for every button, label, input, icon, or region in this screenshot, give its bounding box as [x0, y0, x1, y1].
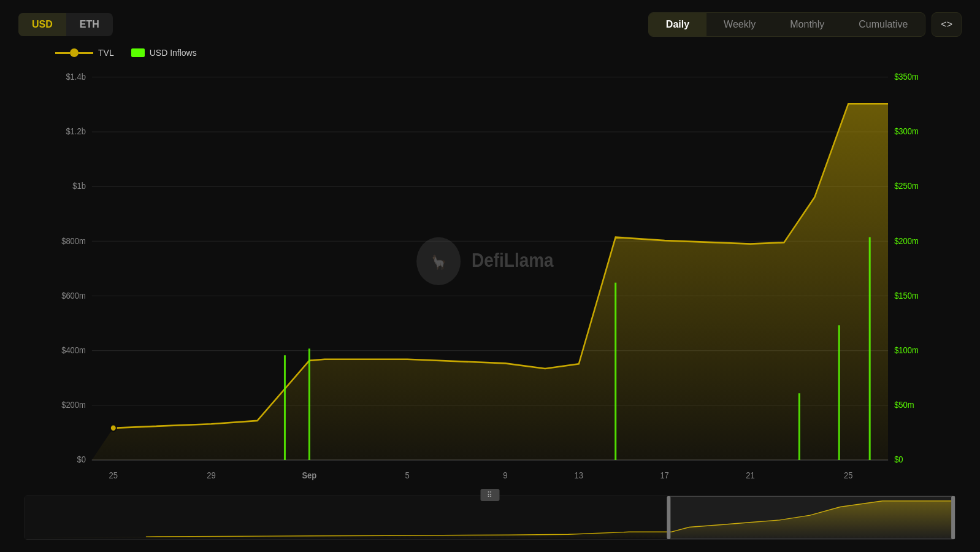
svg-text:9: 9 — [503, 471, 507, 481]
svg-text:$800m: $800m — [61, 236, 86, 246]
svg-text:$1.2b: $1.2b — [66, 127, 85, 137]
svg-rect-50 — [951, 496, 955, 539]
svg-rect-48 — [668, 496, 955, 539]
main-chart-svg: $1.4b $1.2b $1b $800m $600m $400m $200m … — [18, 64, 962, 491]
svg-text:$200m: $200m — [894, 236, 919, 246]
period-daily-button[interactable]: Daily — [649, 13, 706, 36]
svg-text:$150m: $150m — [894, 291, 919, 301]
chart-area: $1.4b $1.2b $1b $800m $600m $400m $200m … — [18, 64, 962, 491]
svg-text:$50m: $50m — [894, 401, 914, 410]
period-group: Daily Weekly Monthly Cumulative — [648, 12, 925, 37]
chart-wrapper: $1.4b $1.2b $1b $800m $600m $400m $200m … — [18, 64, 962, 491]
app-container: USD ETH Daily Weekly Monthly Cumulative … — [0, 0, 980, 552]
currency-usd-button[interactable]: USD — [18, 13, 66, 36]
svg-point-36 — [110, 424, 117, 431]
legend-tvl-label: TVL — [98, 48, 114, 58]
tvl-line2-icon — [78, 52, 93, 54]
legend-inflows: USD Inflows — [131, 48, 197, 58]
minimap-container[interactable]: ⠿ — [25, 496, 955, 540]
svg-text:$100m: $100m — [894, 345, 919, 355]
svg-text:13: 13 — [575, 471, 583, 481]
period-cumulative-button[interactable]: Cumulative — [841, 13, 925, 36]
nav-arrows-button[interactable]: <> — [932, 12, 962, 37]
svg-text:$200m: $200m — [61, 401, 86, 410]
svg-marker-35 — [92, 104, 888, 460]
minimap-handle-grip: ⠿ — [481, 489, 500, 501]
svg-text:29: 29 — [207, 471, 215, 481]
currency-eth-button[interactable]: ETH — [66, 13, 113, 36]
svg-text:$1b: $1b — [72, 182, 86, 191]
svg-text:DefiLlama: DefiLlama — [472, 250, 554, 270]
svg-text:🦙: 🦙 — [431, 254, 447, 270]
svg-text:$0: $0 — [77, 455, 86, 465]
legend-tvl: TVL — [55, 48, 114, 58]
legend-inflows-label: USD Inflows — [150, 48, 197, 58]
svg-text:$300m: $300m — [894, 127, 919, 137]
svg-text:$600m: $600m — [61, 291, 86, 301]
svg-text:$1.4b: $1.4b — [66, 72, 85, 82]
currency-toggle: USD ETH — [18, 13, 113, 36]
svg-rect-49 — [667, 496, 670, 539]
svg-text:$400m: $400m — [61, 345, 86, 355]
minimap-svg — [25, 496, 955, 539]
inflows-rect-icon — [131, 48, 145, 57]
legend-tvl-icon — [55, 48, 93, 57]
period-nav: Daily Weekly Monthly Cumulative <> — [648, 12, 962, 37]
period-monthly-button[interactable]: Monthly — [773, 13, 841, 36]
svg-text:$0: $0 — [894, 455, 903, 465]
svg-text:$350m: $350m — [894, 72, 919, 82]
period-weekly-button[interactable]: Weekly — [706, 13, 773, 36]
svg-text:Sep: Sep — [302, 471, 316, 481]
svg-text:$250m: $250m — [894, 182, 919, 191]
toolbar: USD ETH Daily Weekly Monthly Cumulative … — [18, 12, 962, 37]
svg-text:21: 21 — [746, 471, 754, 481]
svg-text:5: 5 — [405, 471, 410, 481]
chart-legend: TVL USD Inflows — [18, 48, 962, 58]
tvl-line-icon — [55, 52, 70, 54]
tvl-dot-icon — [70, 48, 78, 57]
svg-text:25: 25 — [844, 471, 852, 481]
svg-text:25: 25 — [109, 471, 118, 481]
svg-text:17: 17 — [660, 471, 668, 481]
